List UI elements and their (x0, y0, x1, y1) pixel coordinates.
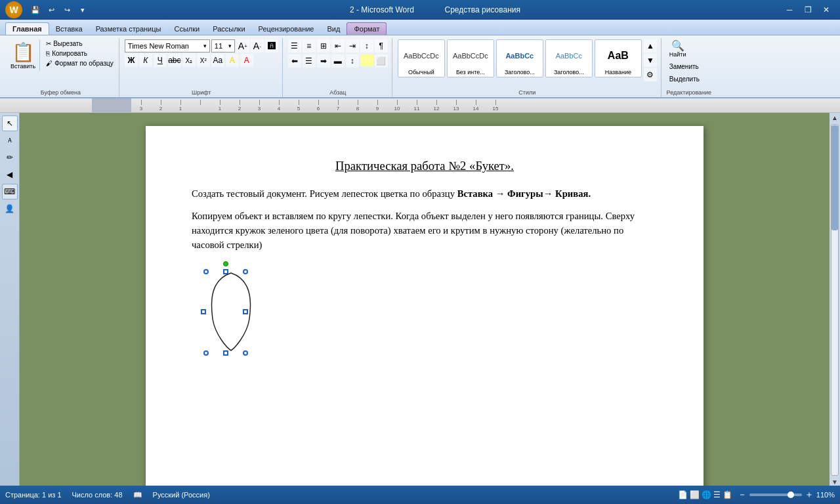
multilevel-list-button[interactable]: ⊞ (317, 39, 330, 52)
web-view-btn[interactable]: 🌐 (702, 490, 711, 499)
decrease-font-button[interactable]: A- (251, 39, 264, 52)
justify-button[interactable]: ▬ (331, 54, 345, 68)
clear-format-button[interactable]: 🅰 (265, 39, 278, 52)
style-normal-label: Обычный (408, 69, 434, 75)
select-label: Выделить (669, 75, 700, 83)
cursor-tool[interactable]: ↖ (2, 116, 18, 131)
font-color-button[interactable]: А (240, 54, 253, 67)
change-styles-button[interactable]: ⚙ (644, 68, 657, 81)
line-spacing-button[interactable]: ↕ (346, 54, 359, 68)
full-screen-btn[interactable]: ⬜ (690, 490, 700, 499)
highlight-button[interactable]: А (226, 54, 239, 67)
zoom-slider[interactable] (749, 494, 802, 496)
tab-home[interactable]: Главная (5, 22, 49, 35)
font-group-label: Шрифт (121, 89, 282, 96)
border-button[interactable]: ⬜ (375, 54, 388, 68)
ruler-mark: 15 (486, 100, 505, 112)
copy-label: Копировать (52, 50, 87, 57)
scrollbar-thumb[interactable] (831, 125, 838, 230)
replace-button[interactable]: Заменить (667, 62, 702, 72)
view-buttons: 📄 ⬜ 🌐 ☰ 📋 (678, 490, 732, 499)
align-center-button[interactable]: ☰ (303, 54, 316, 68)
show-hide-button[interactable]: ¶ (375, 39, 388, 52)
increase-indent-button[interactable]: ⇥ (346, 39, 359, 52)
cut-icon: ✂ (46, 40, 51, 47)
tab-references[interactable]: Ссылки (167, 23, 206, 35)
paragraph1-text: Создать тестовый документ. Рисуем лепест… (192, 188, 457, 199)
text-select-tool[interactable]: Ａ (2, 133, 18, 148)
cut-button[interactable]: ✂ Вырезать (45, 39, 115, 48)
right-scrollbar[interactable]: ▲ ▼ (830, 113, 840, 486)
zoom-in-btn[interactable]: ＋ (805, 489, 814, 501)
ruler-mark: 12 (427, 100, 446, 112)
close-button[interactable]: ✕ (818, 3, 835, 16)
scrollbar-up-btn[interactable]: ▲ (831, 114, 838, 121)
paragraph1-bold: Вставка → Фигуры→ Кривая. (457, 188, 591, 199)
tab-format[interactable]: Формат (346, 22, 387, 35)
style-no-spacing[interactable]: AaBbCcDc Без инте... (447, 39, 494, 77)
ruler-mark: 9 (368, 100, 387, 112)
format-painter-button[interactable]: 🖌 Формат по образцу (45, 59, 115, 68)
quick-dropdown-btn[interactable]: ▾ (76, 3, 89, 16)
style-title[interactable]: АаВ Название (595, 39, 642, 77)
style-heading1-preview: AaBbCc (498, 43, 541, 69)
scroll-left-btn[interactable]: ◀ (2, 167, 18, 182)
replace-label: Заменить (669, 63, 699, 70)
tab-view[interactable]: Вид (321, 23, 347, 35)
ruler-mark: 14 (466, 100, 486, 112)
tab-review[interactable]: Рецензирование (252, 23, 321, 35)
style-normal[interactable]: AaBbCcDc Обычный (398, 39, 445, 77)
italic-button[interactable]: К (139, 54, 152, 67)
copy-button[interactable]: ⎘ Копировать (45, 49, 115, 58)
align-left-button[interactable]: ⬅ (288, 54, 301, 68)
styles-scroll-down[interactable]: ▼ (644, 54, 657, 67)
decrease-indent-button[interactable]: ⇤ (331, 39, 345, 52)
outline-view-btn[interactable]: ☰ (713, 490, 721, 499)
style-heading2[interactable]: AaBbCc Заголово... (545, 39, 593, 77)
office-button[interactable]: W (5, 1, 22, 18)
paragraph-2: Копируем объект и вставляем по кругу леп… (192, 209, 658, 252)
left-toolbar: ↖ Ａ ✏ ◀ ⌨ 👤 (0, 113, 20, 486)
scrollbar-down-btn[interactable]: ▼ (831, 478, 838, 486)
quick-undo-btn[interactable]: ↩ (45, 3, 58, 16)
increase-font-button[interactable]: A+ (236, 39, 249, 52)
ruler-mark: 13 (446, 100, 466, 112)
tab-insert[interactable]: Вставка (49, 23, 89, 35)
draft-view-btn[interactable]: 📋 (723, 490, 732, 499)
page-info: Страница: 1 из 1 (5, 491, 62, 499)
subscript-button[interactable]: X₂ (182, 54, 196, 67)
restore-button[interactable]: ❐ (799, 3, 816, 16)
bold-button[interactable]: Ж (125, 54, 138, 67)
print-view-btn[interactable]: 📄 (678, 490, 688, 499)
paste-icon: 📋 (12, 41, 35, 63)
small-clipboard-buttons: ✂ Вырезать ⎘ Копировать 🖌 Формат по обра… (45, 39, 115, 68)
paste-button[interactable]: 📋 Вставить (7, 39, 40, 72)
style-heading1[interactable]: AaBbCc Заголово... (496, 39, 543, 77)
sort-button[interactable]: ↕ (360, 39, 373, 52)
numbered-list-button[interactable]: ≡ (303, 39, 316, 52)
align-right-button[interactable]: ➡ (317, 54, 330, 68)
underline-button[interactable]: Ч (154, 54, 167, 67)
tab-page-layout[interactable]: Разметка страницы (89, 23, 168, 35)
font-size-selector[interactable]: 11 ▾ (211, 39, 235, 52)
shading-button[interactable] (360, 54, 373, 66)
petal-area[interactable] (192, 260, 323, 365)
ribbon-tabs: Главная Вставка Разметка страницы Ссылки… (0, 20, 840, 35)
change-case-button[interactable]: Аа (211, 54, 224, 67)
quick-redo-btn[interactable]: ↪ (60, 3, 74, 16)
find-button[interactable]: 🔍 Найти (667, 39, 689, 59)
zoom-out-btn[interactable]: － (738, 489, 747, 501)
superscript-button[interactable]: X² (197, 54, 210, 67)
bullet-list-button[interactable]: ☰ (288, 39, 301, 52)
quick-save-btn[interactable]: 💾 (29, 3, 42, 16)
paste-label: Вставить (10, 63, 35, 70)
freeform-tool[interactable]: ✏ (2, 150, 18, 165)
select-button[interactable]: Выделить (667, 74, 702, 84)
document-area[interactable]: Практическая работа №2 «Букет». Создать … (20, 113, 830, 486)
font-name-selector[interactable]: Times New Roman ▾ (125, 39, 210, 52)
scrollbar-track[interactable] (831, 124, 839, 476)
styles-scroll-up[interactable]: ▲ (644, 39, 657, 52)
minimize-button[interactable]: ─ (781, 3, 798, 16)
tab-mailings[interactable]: Рассылки (206, 23, 251, 35)
strikethrough-button[interactable]: abc (168, 54, 181, 67)
